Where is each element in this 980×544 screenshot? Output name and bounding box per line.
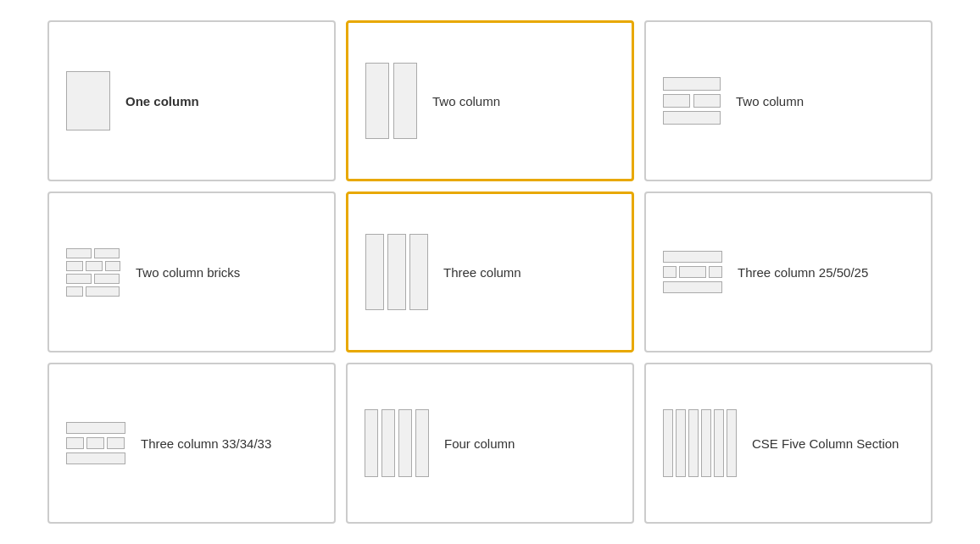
- card-five-column[interactable]: CSE Five Column Section: [644, 363, 933, 524]
- card-label: Three column 25/50/25: [738, 264, 868, 281]
- card-label: CSE Five Column Section: [752, 435, 899, 452]
- card-label: Three column 33/34/33: [141, 435, 271, 452]
- card-label: Four column: [444, 435, 515, 452]
- card-label: Two column bricks: [136, 264, 240, 281]
- bricks-icon: [66, 248, 120, 297]
- two-column-tall-icon: [365, 63, 417, 139]
- icon-area: [66, 422, 125, 464]
- layout-grid: One column Two column Two column: [47, 20, 933, 524]
- card-three-column-tall[interactable]: Three column: [346, 192, 634, 352]
- card-label: Two column: [432, 92, 500, 110]
- icon-area: [365, 63, 417, 139]
- three-column-33-icon: [66, 422, 125, 464]
- icon-area: [66, 248, 120, 297]
- icon-area: [663, 77, 721, 125]
- card-label: One column: [125, 92, 199, 110]
- two-column-small-icon: [663, 77, 721, 125]
- five-column-icon: [663, 409, 737, 477]
- card-two-column-bricks[interactable]: Two column bricks: [47, 192, 336, 352]
- icon-area: [365, 409, 429, 477]
- icon-area: [663, 409, 737, 477]
- three-column-tall-icon: [365, 234, 428, 310]
- icon-area: [365, 234, 428, 310]
- card-label: Two column: [736, 92, 804, 110]
- card-two-column-tall[interactable]: Two column: [346, 20, 634, 181]
- card-label: Three column: [443, 264, 521, 281]
- icon-area: [66, 71, 110, 130]
- card-three-column-33[interactable]: Three column 33/34/33: [47, 363, 336, 524]
- icon-area: [663, 251, 722, 293]
- one-column-icon: [66, 71, 110, 130]
- three-column-2550-icon: [663, 251, 722, 293]
- four-column-icon: [365, 409, 429, 477]
- card-one-column[interactable]: One column: [47, 20, 336, 181]
- card-four-column[interactable]: Four column: [346, 363, 634, 524]
- card-two-column-small[interactable]: Two column: [644, 20, 933, 181]
- card-three-column-2550[interactable]: Three column 25/50/25: [644, 192, 933, 352]
